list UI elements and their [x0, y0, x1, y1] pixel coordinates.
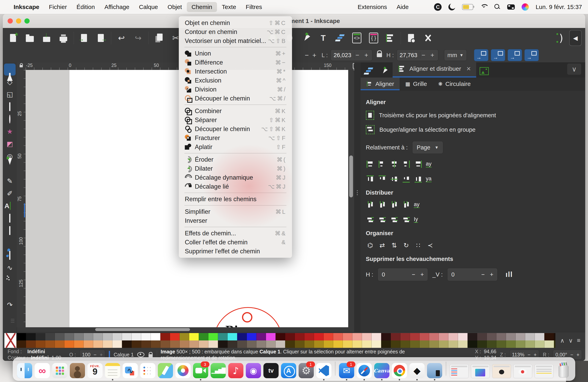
- menu-item-aplatir[interactable]: Aplatir⇧F: [179, 142, 292, 152]
- distribute-top-edges-button[interactable]: [366, 215, 375, 224]
- distribute-right-edges-button[interactable]: [390, 200, 399, 209]
- calligraphy-tool[interactable]: ✐: [4, 187, 16, 199]
- shape-builder-tool[interactable]: ◱: [4, 88, 16, 100]
- dock-canva[interactable]: Canva: [374, 363, 389, 378]
- palette-swatch[interactable]: [400, 333, 410, 341]
- palette-swatch[interactable]: [429, 341, 439, 348]
- overlap-v-field[interactable]: 0 − +: [447, 268, 498, 281]
- menubar-item-fichier[interactable]: Fichier: [44, 2, 72, 12]
- palette-swatch[interactable]: [151, 341, 160, 348]
- palette-swatch[interactable]: [74, 341, 84, 348]
- overlap-h-increment[interactable]: +: [420, 271, 424, 278]
- palette-swatch[interactable]: [276, 341, 285, 348]
- palette-swatch[interactable]: [170, 341, 180, 348]
- palette-swatch[interactable]: [26, 333, 36, 341]
- palette-swatch[interactable]: [132, 333, 141, 341]
- dock-notes[interactable]: [105, 363, 120, 378]
- palette-swatch[interactable]: [381, 341, 391, 348]
- palette-swatch[interactable]: [122, 341, 132, 348]
- scale-corners-toggle[interactable]: [491, 49, 505, 61]
- palette-swatch[interactable]: [180, 333, 189, 341]
- palette-swatch[interactable]: [304, 333, 314, 341]
- focus-moon-icon[interactable]: [448, 4, 455, 10]
- palette-swatch[interactable]: [36, 341, 45, 348]
- menubar-item-filtres[interactable]: Filtres: [241, 2, 267, 12]
- dock-reminders[interactable]: [140, 363, 155, 378]
- palette-swatch[interactable]: [324, 341, 333, 348]
- overlap-v-value[interactable]: 0: [451, 271, 455, 278]
- dock-launchpad[interactable]: [52, 363, 67, 378]
- menu-item-combiner[interactable]: Combiner⌘K: [179, 107, 292, 115]
- palette-swatch[interactable]: [16, 333, 26, 341]
- palette-swatch[interactable]: [333, 341, 343, 348]
- menubar-clock[interactable]: Lun. 9 févr. 15:37: [536, 4, 582, 10]
- palette-swatch[interactable]: [362, 333, 372, 341]
- palette-swatch[interactable]: [381, 333, 391, 341]
- dock-photos[interactable]: [175, 363, 190, 378]
- palette-swatch[interactable]: [468, 341, 477, 348]
- palette-swatch[interactable]: [55, 341, 64, 348]
- palette-swatch[interactable]: [199, 333, 209, 341]
- distribute-text-anchor-h-button[interactable]: ay: [414, 202, 420, 208]
- menu-item-decouper-le-chemin-2[interactable]: Découper le chemin⌥⇧⌘K: [179, 124, 292, 134]
- dock-trash[interactable]: [556, 363, 571, 378]
- relative-to-dropdown[interactable]: Page ▼: [412, 141, 443, 154]
- palette-swatch[interactable]: [84, 341, 93, 348]
- subtab-aligner[interactable]: Aligner: [361, 77, 399, 90]
- lock-ratio-icon[interactable]: [377, 53, 382, 57]
- panel-menu-chevron[interactable]: ∨: [567, 63, 581, 75]
- close-window-button[interactable]: [8, 18, 13, 24]
- dock-window-thumb[interactable]: [492, 364, 511, 378]
- palette-swatch[interactable]: [439, 333, 448, 341]
- palette-swatch[interactable]: [45, 341, 55, 348]
- no-color-swatch[interactable]: [4, 333, 16, 348]
- distribute-gaps-h-button[interactable]: [402, 200, 411, 209]
- palette-swatch[interactable]: [285, 333, 295, 341]
- menubar-item-aide[interactable]: Aide: [392, 2, 413, 12]
- menubar-item-edition[interactable]: Édition: [72, 2, 100, 12]
- layers-dialog-button[interactable]: [336, 33, 345, 42]
- snap-controls-icon[interactable]: ): [559, 32, 563, 44]
- dock-chrome[interactable]: [392, 363, 407, 378]
- new-document-button[interactable]: *: [8, 33, 18, 42]
- palette-swatch[interactable]: [26, 341, 36, 348]
- distribute-centers-h-button[interactable]: [378, 200, 387, 209]
- palette-swatch[interactable]: [314, 333, 324, 341]
- opacity-increment[interactable]: +: [100, 352, 103, 358]
- zoom-value[interactable]: 113%: [512, 352, 525, 358]
- vertical-scrollbar[interactable]: [348, 70, 354, 327]
- exchange-stacking-button[interactable]: ⇅: [390, 241, 399, 250]
- object-properties-button[interactable]: { }: [369, 33, 378, 42]
- copy-button[interactable]: [154, 33, 163, 42]
- palette-swatch[interactable]: [343, 341, 352, 348]
- align-left-button[interactable]: [378, 160, 387, 169]
- distribute-gaps-v-button[interactable]: [402, 215, 411, 224]
- palette-swatch[interactable]: [420, 333, 429, 341]
- palette-swatch[interactable]: [103, 341, 112, 348]
- palette-swatch[interactable]: [295, 333, 304, 341]
- layer-visibility-icon[interactable]: [137, 352, 144, 357]
- palette-swatch[interactable]: [276, 333, 285, 341]
- palette-swatch[interactable]: [266, 333, 276, 341]
- panel-tab-fill-stroke[interactable]: [378, 65, 391, 77]
- palette-swatch[interactable]: [247, 333, 256, 341]
- dock-preview[interactable]: [427, 363, 442, 378]
- rotation-decrement[interactable]: −: [570, 352, 573, 358]
- dock-freeform[interactable]: [123, 363, 138, 378]
- text-tool[interactable]: A▏: [4, 200, 16, 212]
- palette-swatch[interactable]: [180, 341, 189, 348]
- align-left-edge-button[interactable]: [366, 160, 375, 169]
- align-center-vertical-button[interactable]: [390, 160, 399, 169]
- palette-swatch[interactable]: [122, 333, 132, 341]
- palette-swatch[interactable]: [516, 333, 525, 341]
- menu-item-difference[interactable]: Différence⌘−: [179, 58, 292, 67]
- palette-swatch[interactable]: [400, 341, 410, 348]
- palette-swatch[interactable]: [160, 333, 170, 341]
- graph-layout-button[interactable]: ⌬: [366, 241, 375, 250]
- xml-editor-button[interactable]: <>: [352, 33, 361, 42]
- menubar-item-affichage[interactable]: Affichage: [100, 2, 134, 12]
- pages-tool[interactable]: [4, 311, 16, 323]
- dock-contacts[interactable]: [70, 363, 85, 378]
- palette-swatch[interactable]: [199, 341, 209, 348]
- palette-swatch[interactable]: [112, 333, 122, 341]
